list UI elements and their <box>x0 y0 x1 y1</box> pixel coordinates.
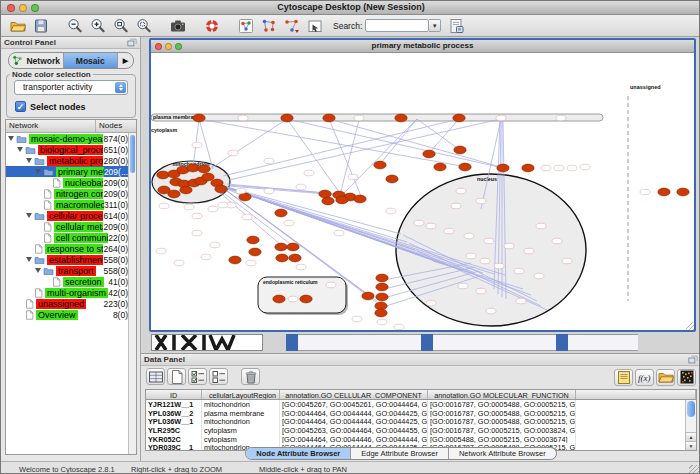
network-node[interactable] <box>323 114 335 122</box>
network-node[interactable] <box>276 254 288 262</box>
table-row[interactable]: YKR052Ccytoplasm[GO:0044464, GO:0044446,… <box>146 435 696 444</box>
network-node[interactable] <box>187 164 199 172</box>
network-node[interactable] <box>395 114 407 122</box>
tab-network[interactable]: Network <box>9 53 64 68</box>
expand-triangle-icon[interactable] <box>26 213 32 218</box>
float-panel-icon[interactable] <box>126 37 138 48</box>
network-canvas[interactable]: unassignedplasma membranecytoplasmnucleu… <box>151 53 694 330</box>
tree-row[interactable]: nitrogen compo209(0) <box>6 188 136 199</box>
search-input[interactable] <box>365 19 429 32</box>
network-node[interactable] <box>287 243 299 251</box>
unselect-attributes-button[interactable] <box>209 368 228 385</box>
background-window-edge[interactable] <box>421 334 433 351</box>
column-header[interactable]: annotation.GO MOLECULAR_FUNCTION <box>428 390 576 399</box>
resize-grip[interactable] <box>689 465 700 474</box>
network-node[interactable] <box>376 274 388 282</box>
table-row[interactable]: YLR295Ccytoplasm[GO:0045263, GO:0044464,… <box>146 426 696 435</box>
tree-row[interactable]: cellular metabo209(0) <box>6 221 136 232</box>
column-header[interactable]: ID <box>146 390 202 399</box>
network-node[interactable] <box>453 114 465 122</box>
tree-row[interactable]: cellular process614(0) <box>6 210 136 221</box>
tree-row[interactable]: nucleobase-209(0) <box>6 177 136 188</box>
attribute-panel-button[interactable] <box>146 368 165 385</box>
network-node[interactable] <box>281 114 293 122</box>
network-node[interactable] <box>354 195 366 203</box>
function-builder-button[interactable]: f(x) <box>635 369 654 386</box>
network-node[interactable] <box>157 171 169 179</box>
network-node[interactable] <box>198 165 210 173</box>
network-node[interactable] <box>247 236 259 244</box>
table-scrollbar[interactable]: ▲ ▼ <box>685 400 696 450</box>
tree-row[interactable]: unassigned223(0) <box>6 298 136 309</box>
network-node[interactable] <box>319 190 331 198</box>
snapshot-button[interactable] <box>167 16 188 35</box>
network-node[interactable] <box>289 254 301 262</box>
column-header[interactable]: annotation.GO CELLULAR_COMPONENT <box>280 390 428 399</box>
scroll-up-icon[interactable]: ▲ <box>686 432 696 441</box>
tab-network-attribute-browser[interactable]: Network Attribute Browser <box>449 448 556 459</box>
tree-row[interactable]: mosaic-demo-yeast874(0) <box>6 133 136 144</box>
network-node[interactable] <box>300 295 312 303</box>
network-node[interactable] <box>275 209 287 217</box>
network-node[interactable] <box>180 186 192 194</box>
table-row[interactable]: YPL036W__1mitochondrion[GO:0044464, GO:0… <box>146 417 696 426</box>
network-node[interactable] <box>376 283 388 291</box>
annotation-tool-button[interactable] <box>304 16 325 35</box>
scroll-down-icon[interactable]: ▼ <box>686 441 696 450</box>
zoom-out-button[interactable] <box>64 16 85 35</box>
tree-row[interactable]: metabolic process280(0) <box>6 155 136 166</box>
create-network-button[interactable] <box>258 16 279 35</box>
network-node[interactable] <box>273 295 285 303</box>
vizmapper-button[interactable] <box>235 16 256 35</box>
float-panel-icon[interactable] <box>687 354 699 365</box>
import-attributes-button[interactable] <box>656 369 675 386</box>
network-node[interactable] <box>375 302 387 310</box>
network-node[interactable] <box>375 309 387 317</box>
tree-column-nodes[interactable]: Nodes <box>96 120 136 132</box>
attribute-matrix-button[interactable] <box>677 369 696 386</box>
tab-overflow-button[interactable]: ▶ <box>118 53 133 68</box>
expand-triangle-icon[interactable] <box>17 147 23 152</box>
column-header[interactable]: _cellularLayoutRegion <box>202 390 280 399</box>
network-view-titlebar[interactable]: primary metabolic process <box>151 40 694 53</box>
import-network-button[interactable] <box>281 16 302 35</box>
network-node[interactable] <box>336 196 348 204</box>
save-button[interactable] <box>30 16 51 35</box>
delete-attribute-button[interactable] <box>241 368 260 385</box>
table-row[interactable]: YPL036W__2plasma membrane[GO:0044464, GO… <box>146 409 696 418</box>
network-node[interactable] <box>376 293 388 301</box>
tree-row[interactable]: biological_process651(0) <box>6 144 136 155</box>
search-dropdown-button[interactable]: ▼ <box>429 19 441 32</box>
network-node[interactable] <box>677 188 689 196</box>
background-window-strip[interactable] <box>433 334 556 351</box>
expand-triangle-icon[interactable] <box>35 169 41 174</box>
attribute-editor-button[interactable] <box>614 369 633 386</box>
network-node[interactable] <box>374 161 386 169</box>
network-node[interactable] <box>275 243 287 251</box>
network-node[interactable] <box>322 197 334 205</box>
enhanced-search-button[interactable] <box>445 16 466 35</box>
tree-row[interactable]: response to stimulu264(0) <box>6 243 136 254</box>
tree-row[interactable]: Overview8(0) <box>6 309 136 320</box>
tree-row[interactable]: cell communicat22(0) <box>6 232 136 243</box>
expand-triangle-icon[interactable] <box>26 257 32 262</box>
select-attributes-button[interactable] <box>188 368 207 385</box>
help-docs-button[interactable] <box>201 16 222 35</box>
tree-row[interactable]: transport558(0) <box>6 265 136 276</box>
network-node[interactable] <box>459 163 471 171</box>
network-node[interactable] <box>423 150 435 158</box>
tree-row[interactable]: secretion41(0) <box>6 276 136 287</box>
network-node[interactable] <box>362 292 374 300</box>
background-window-strip[interactable] <box>568 334 638 351</box>
network-node[interactable] <box>249 248 261 256</box>
network-node[interactable] <box>239 193 251 201</box>
background-window-strip[interactable] <box>298 334 421 351</box>
network-node[interactable] <box>193 114 205 122</box>
node-color-dropdown[interactable]: transporter activity <box>14 80 128 95</box>
network-node[interactable] <box>229 256 241 264</box>
new-attribute-button[interactable] <box>167 368 186 385</box>
tree-row[interactable]: establishment of lo558(0) <box>6 254 136 265</box>
tree-row[interactable]: primary metabo209(... <box>6 166 136 177</box>
zoom-fit-button[interactable] <box>110 16 131 35</box>
network-node[interactable] <box>434 163 446 171</box>
